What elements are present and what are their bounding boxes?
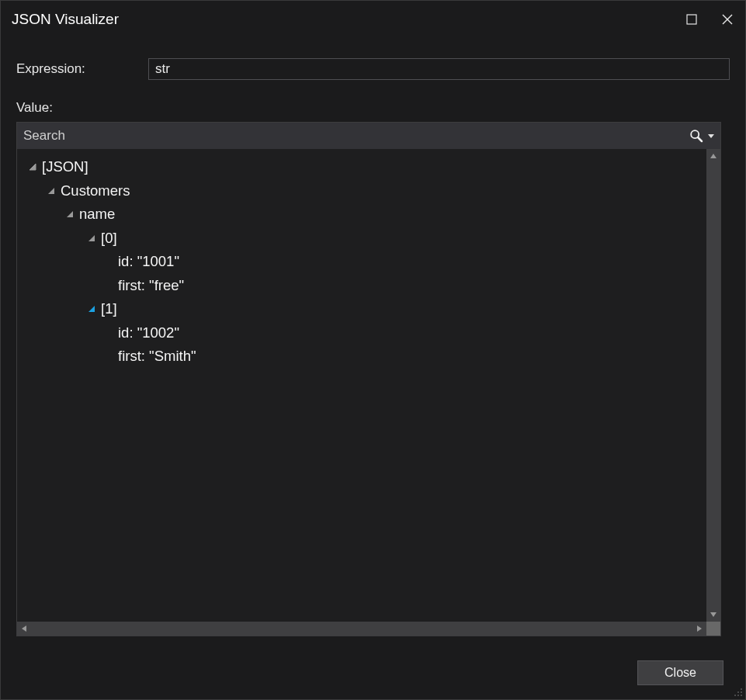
titlebar: JSON Visualizer bbox=[1, 1, 745, 38]
tree-leaf-text: first: "Smith" bbox=[118, 345, 196, 369]
tree-node-item-0[interactable]: [0] bbox=[23, 227, 706, 251]
tree-leaf-text: id: "1001" bbox=[118, 250, 179, 274]
vertical-scrollbar[interactable] bbox=[706, 149, 720, 622]
expander-icon[interactable] bbox=[47, 186, 56, 196]
tree-node-item-1[interactable]: [1] bbox=[23, 297, 706, 321]
close-button[interactable]: Close bbox=[637, 660, 723, 685]
svg-marker-6 bbox=[710, 154, 717, 158]
tree-leaf[interactable]: first: "Smith" bbox=[23, 345, 706, 369]
tree-wrap: [JSON] Customers name bbox=[17, 149, 720, 622]
tree-leaf-text: first: "free" bbox=[118, 274, 184, 298]
svg-point-13 bbox=[734, 695, 736, 696]
window-title: JSON Visualizer bbox=[12, 11, 674, 28]
search-icon[interactable] bbox=[689, 129, 703, 143]
expander-icon[interactable] bbox=[87, 234, 96, 243]
footer: Close bbox=[637, 660, 723, 685]
expression-input[interactable] bbox=[148, 58, 730, 80]
tree-leaf[interactable]: id: "1002" bbox=[23, 321, 706, 345]
svg-marker-9 bbox=[697, 625, 702, 632]
scroll-down-icon[interactable] bbox=[706, 608, 720, 622]
svg-marker-7 bbox=[710, 612, 717, 617]
svg-point-11 bbox=[737, 691, 739, 693]
search-bar bbox=[17, 123, 720, 149]
expression-label: Expression: bbox=[16, 61, 141, 77]
horizontal-scrollbar[interactable] bbox=[17, 622, 720, 636]
tree-node-label: name bbox=[79, 203, 115, 227]
expression-row: Expression: bbox=[16, 58, 730, 80]
value-panel: [JSON] Customers name bbox=[16, 122, 721, 636]
tree-node-label: [JSON] bbox=[42, 155, 88, 179]
tree-node-root[interactable]: [JSON] bbox=[23, 155, 706, 179]
close-icon bbox=[722, 14, 733, 25]
svg-point-12 bbox=[741, 691, 742, 693]
tree-leaf[interactable]: id: "1001" bbox=[23, 250, 706, 274]
tree-node-label: [1] bbox=[101, 297, 117, 321]
scroll-corner bbox=[706, 622, 720, 636]
scroll-left-icon[interactable] bbox=[17, 622, 31, 636]
search-dropdown-icon[interactable] bbox=[708, 133, 714, 139]
search-input[interactable] bbox=[23, 128, 685, 144]
tree-leaf-text: id: "1002" bbox=[118, 321, 179, 345]
scroll-right-icon[interactable] bbox=[692, 622, 706, 636]
value-label: Value: bbox=[16, 100, 730, 116]
maximize-icon bbox=[686, 14, 697, 25]
scroll-up-icon[interactable] bbox=[706, 149, 720, 163]
json-visualizer-window: JSON Visualizer Expression: Value: bbox=[0, 0, 746, 700]
tree-node-label: Customers bbox=[61, 179, 130, 203]
resize-grip-icon[interactable] bbox=[731, 685, 744, 698]
svg-point-14 bbox=[737, 695, 739, 696]
expander-icon[interactable] bbox=[87, 304, 96, 314]
window-close-button[interactable] bbox=[710, 5, 745, 33]
expander-icon[interactable] bbox=[28, 162, 37, 172]
tree-node-customers[interactable]: Customers bbox=[23, 179, 706, 203]
maximize-button[interactable] bbox=[674, 5, 710, 33]
expander-icon[interactable] bbox=[65, 210, 75, 219]
content-area: Expression: Value: [JSON] bbox=[1, 38, 745, 636]
svg-point-10 bbox=[741, 688, 742, 690]
svg-line-4 bbox=[698, 137, 702, 141]
tree-node-label: [0] bbox=[101, 227, 117, 251]
tree-leaf[interactable]: first: "free" bbox=[23, 274, 706, 298]
svg-marker-8 bbox=[22, 625, 26, 632]
svg-marker-5 bbox=[708, 134, 714, 138]
json-tree[interactable]: [JSON] Customers name bbox=[17, 149, 706, 622]
svg-rect-0 bbox=[687, 15, 696, 24]
tree-node-name[interactable]: name bbox=[23, 203, 706, 227]
svg-point-15 bbox=[741, 695, 742, 696]
